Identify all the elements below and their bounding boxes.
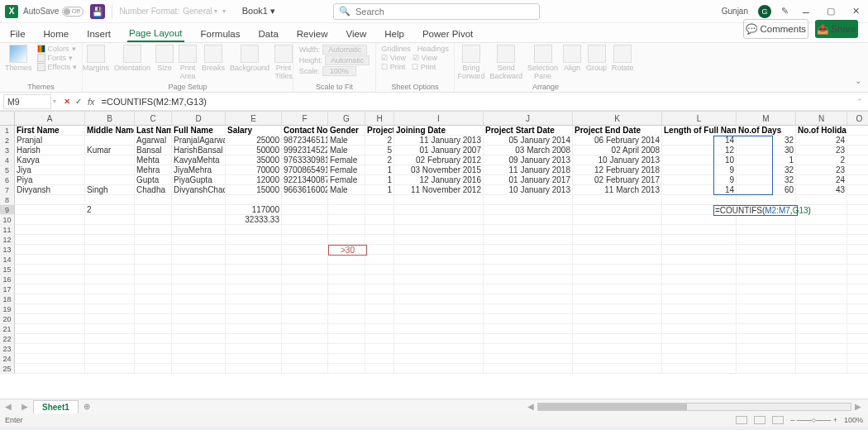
cell[interactable] — [282, 364, 328, 374]
cell[interactable] — [282, 205, 328, 215]
autosave-toggle[interactable]: AutoSave Off — [23, 7, 83, 17]
zoom-out-icon[interactable]: – ——○—— + — [790, 416, 837, 424]
row-headers[interactable]: 1234567891011121314151617181920212223242… — [0, 126, 15, 374]
cell[interactable] — [737, 275, 796, 284]
scroll-left-icon[interactable]: ◀ — [527, 402, 534, 411]
cell[interactable] — [484, 235, 573, 245]
cell[interactable]: PranjalAgarwal — [172, 136, 226, 146]
cell[interactable] — [796, 364, 847, 374]
cell[interactable]: 11 January 2013 — [394, 136, 484, 146]
cell[interactable]: 25000 — [226, 136, 282, 146]
arrange-button[interactable]: Selection Pane — [527, 45, 558, 80]
cell[interactable] — [484, 215, 573, 225]
cell[interactable] — [796, 235, 847, 245]
cell[interactable] — [135, 314, 172, 324]
cell[interactable] — [394, 205, 484, 215]
cell[interactable]: 06 February 2014 — [573, 136, 662, 146]
col-header[interactable]: F — [282, 112, 328, 126]
cell[interactable] — [394, 364, 484, 374]
cell[interactable] — [282, 215, 328, 225]
cell[interactable]: 9872346511 — [282, 136, 328, 146]
cell[interactable] — [85, 314, 135, 324]
cell[interactable] — [737, 265, 796, 275]
cell[interactable] — [662, 294, 737, 304]
cell[interactable] — [662, 245, 737, 255]
arrange-button[interactable]: Align — [563, 45, 581, 72]
cell[interactable]: 35000 — [226, 155, 282, 165]
cell[interactable] — [85, 324, 135, 334]
toggle-track[interactable]: Off — [62, 7, 83, 17]
cell[interactable] — [328, 344, 365, 354]
cell[interactable]: Middle Name — [85, 126, 135, 136]
cell[interactable] — [365, 235, 394, 245]
zoom-level[interactable]: 100% — [844, 416, 863, 424]
cell[interactable] — [394, 235, 484, 245]
cell[interactable] — [573, 225, 662, 235]
cell[interactable]: 30 — [737, 146, 796, 155]
cell[interactable]: 5 — [365, 146, 394, 155]
cell[interactable]: 11 January 2018 — [484, 165, 573, 175]
cell[interactable]: Harish — [15, 146, 85, 155]
view-normal-icon[interactable] — [736, 416, 747, 424]
sheet-tab-active[interactable]: Sheet1 — [33, 400, 79, 413]
workbook-name[interactable]: Book1 ▾ — [242, 6, 275, 17]
cell[interactable] — [15, 294, 85, 304]
cell[interactable]: 12 February 2018 — [573, 165, 662, 175]
cell[interactable] — [573, 255, 662, 265]
cell[interactable] — [172, 364, 226, 374]
col-header[interactable]: B — [85, 112, 135, 126]
cell[interactable]: 9992314522 — [282, 146, 328, 155]
cell[interactable] — [573, 334, 662, 344]
cell[interactable] — [662, 334, 737, 344]
cell[interactable] — [85, 195, 135, 205]
cell[interactable] — [394, 275, 484, 284]
cell[interactable] — [172, 215, 226, 225]
cell[interactable] — [847, 245, 868, 255]
cell[interactable] — [847, 344, 868, 354]
cell[interactable]: 10 — [662, 155, 737, 165]
cell[interactable]: Female — [328, 175, 365, 185]
cell[interactable] — [15, 235, 85, 245]
save-icon[interactable]: 💾 — [90, 4, 105, 19]
fonts-button[interactable]: Fonts ▾ — [37, 54, 77, 62]
row-header[interactable]: 12 — [0, 235, 15, 245]
cell[interactable] — [796, 334, 847, 344]
cell[interactable] — [573, 265, 662, 275]
tab-review[interactable]: Review — [295, 26, 330, 42]
cell[interactable] — [282, 294, 328, 304]
pagesetup-button[interactable]: Margins — [83, 45, 109, 72]
cell[interactable] — [796, 265, 847, 275]
cell[interactable]: 12 — [662, 146, 737, 155]
cell[interactable] — [847, 235, 868, 245]
cell[interactable] — [172, 255, 226, 265]
cell[interactable]: 15000 — [226, 185, 282, 195]
cell[interactable]: Full Name — [172, 126, 226, 136]
row-header[interactable]: 7 — [0, 185, 15, 195]
cell[interactable] — [847, 265, 868, 275]
cell[interactable] — [796, 354, 847, 364]
cell[interactable]: 10 January 2013 — [573, 155, 662, 165]
cell[interactable] — [226, 284, 282, 294]
cell[interactable] — [573, 235, 662, 245]
cell[interactable] — [394, 284, 484, 294]
row-header[interactable]: 25 — [0, 364, 15, 374]
gridlines-view-check[interactable]: ☑ View — [381, 54, 406, 62]
cell[interactable] — [226, 265, 282, 275]
cell[interactable] — [135, 195, 172, 205]
cell[interactable]: 12000 — [226, 175, 282, 185]
gridlines-print-check[interactable]: ☐ Print — [381, 63, 405, 71]
cell[interactable] — [662, 354, 737, 364]
cell[interactable] — [85, 354, 135, 364]
cell[interactable] — [365, 364, 394, 374]
cell[interactable]: 9763330981 — [282, 155, 328, 165]
criteria-cell[interactable]: >30 — [328, 245, 367, 256]
cell[interactable] — [328, 364, 365, 374]
cell[interactable] — [847, 185, 868, 195]
col-header[interactable]: G — [328, 112, 365, 126]
cell[interactable] — [135, 225, 172, 235]
cell[interactable] — [15, 205, 85, 215]
cell[interactable]: 23 — [796, 165, 847, 175]
search-box[interactable]: 🔍 — [333, 3, 540, 20]
cell[interactable] — [573, 245, 662, 255]
cell[interactable] — [484, 265, 573, 275]
